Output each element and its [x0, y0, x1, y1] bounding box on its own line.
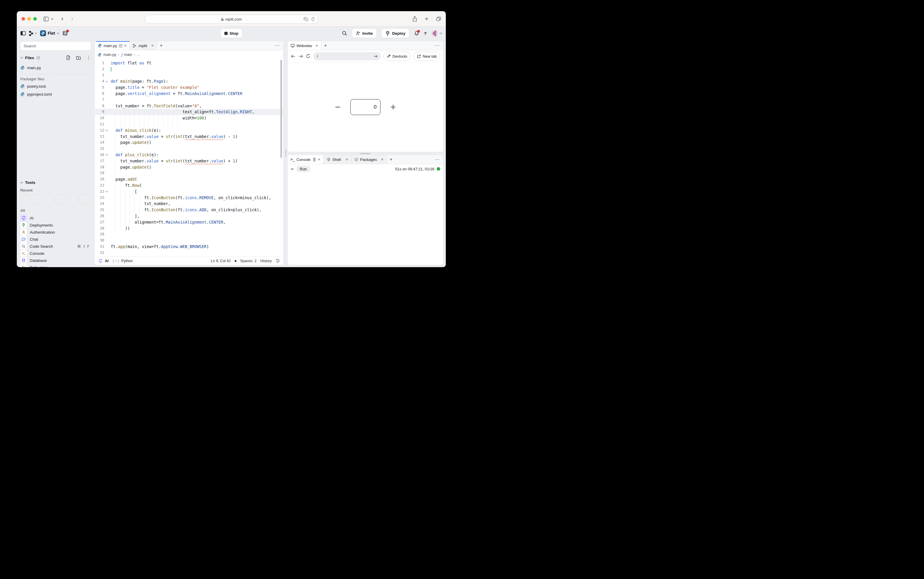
fold-chevron-icon[interactable] [104, 154, 109, 155]
code-line-20[interactable]: 20 page.add( [95, 176, 283, 182]
webview-url-input[interactable]: / [313, 52, 381, 61]
code-line-11[interactable]: 11 [95, 121, 283, 128]
files-section-header[interactable]: Files ⋮ [20, 55, 91, 61]
sidebar-item-deployments[interactable]: Deployments [20, 222, 91, 229]
code-line-10[interactable]: 10 width=100) [95, 115, 283, 121]
sidebar-item-ai[interactable]: AI [20, 214, 91, 222]
webview-forward-icon[interactable] [298, 54, 303, 59]
code-editor[interactable]: 1import flet as ft234def main(page: ft.P… [95, 59, 283, 257]
files-menu-icon[interactable]: ⋮ [87, 55, 91, 61]
code-line-13[interactable]: 13 txt_number.value = str(int(txt_number… [95, 134, 283, 140]
breadcrumb-symbol[interactable]: main [124, 53, 132, 57]
code-line-15[interactable]: 15 [95, 146, 283, 152]
file-item-pyproject.toml[interactable]: pyproject.toml [20, 91, 91, 98]
devtools-button[interactable]: Devtools [383, 52, 411, 61]
code-line-16[interactable]: 16 def plus_click(e): [95, 152, 283, 158]
zoom-window-button[interactable] [33, 17, 37, 21]
tab-packages[interactable]: Packages × [351, 155, 387, 164]
code-line-4[interactable]: 4def main(page: ft.Page): [95, 78, 283, 84]
code-line-1[interactable]: 1import flet as ft [95, 60, 283, 66]
webview-back-icon[interactable] [290, 54, 295, 59]
webview-more-icon[interactable]: ⋯ [432, 41, 443, 50]
notifications-button[interactable] [414, 31, 419, 36]
new-tab-icon[interactable] [424, 16, 429, 21]
file-item-main.py[interactable]: main.py [20, 64, 91, 71]
account-menu[interactable] [432, 30, 442, 37]
translate-icon[interactable] [304, 17, 308, 21]
new-console-tab-button[interactable]: + [387, 155, 395, 164]
indentation-setting[interactable]: Spaces: 2 [240, 259, 257, 263]
run-badge[interactable]: Run [297, 166, 310, 172]
horizontal-resize-handle[interactable] [360, 153, 371, 154]
code-line-32[interactable]: 32 [95, 250, 283, 256]
console-output[interactable] [288, 173, 443, 265]
code-line-21[interactable]: 21 ft.Row( [95, 182, 283, 188]
close-icon[interactable]: × [318, 157, 320, 162]
tab-shell[interactable]: Shell × [323, 155, 351, 164]
code-line-17[interactable]: 17 txt_number.value = str(int(txt_number… [95, 158, 283, 164]
new-webview-tab-button[interactable]: + [321, 41, 330, 50]
go-arrow-icon[interactable] [373, 54, 378, 58]
editor-scrollbar[interactable] [280, 60, 282, 158]
code-line-25[interactable]: 25 ft.IconButton(ft.icons.ADD, on_click=… [95, 207, 283, 213]
language-indicator[interactable]: {✓} [113, 259, 119, 263]
sidebar-item-authentication[interactable]: Authentication [20, 229, 91, 236]
stop-button[interactable]: Stop [220, 29, 242, 38]
code-line-2[interactable]: 2 [95, 66, 283, 72]
code-line-19[interactable]: 19 [95, 170, 283, 176]
open-in-new-tab-button[interactable]: New tab [414, 52, 440, 61]
code-line-6[interactable]: 6 page.vertical_alignment = ft.MainAxisA… [95, 91, 283, 97]
browser-url-bar[interactable]: replit.com [145, 15, 318, 23]
workspace-sidebar-toggle-icon[interactable] [20, 31, 26, 36]
help-button[interactable]: ? [424, 31, 427, 36]
code-line-26[interactable]: 26 ], [95, 213, 283, 219]
plus-button[interactable] [390, 104, 396, 110]
invite-button[interactable]: Invite [352, 29, 377, 38]
close-icon[interactable]: × [316, 44, 318, 47]
search-input[interactable]: Search [20, 41, 91, 50]
sidebar-item-console[interactable]: Console [20, 250, 91, 257]
tools-section-header[interactable]: Tools [20, 180, 91, 185]
code-line-28[interactable]: 28 )) [95, 226, 283, 232]
code-line-29[interactable]: 29 [95, 231, 283, 237]
safari-sidebar-icon[interactable] [43, 16, 49, 21]
fold-chevron-icon[interactable] [104, 191, 109, 192]
fold-chevron-icon[interactable] [104, 81, 109, 82]
share-icon[interactable] [412, 16, 417, 22]
tab-main-py[interactable]: main.py × [95, 41, 130, 50]
code-line-27[interactable]: 27 alignment=ft.MainAxisAlignment.CENTER… [95, 219, 283, 226]
counter-field[interactable]: 0 [350, 99, 381, 115]
forward-button[interactable]: › [71, 16, 73, 22]
code-line-3[interactable]: 3 [95, 72, 283, 79]
sidebar-item-code-search[interactable]: Code Search⌘ ⇧ F [20, 243, 91, 250]
replit-logo[interactable] [29, 31, 37, 36]
fold-chevron-icon[interactable] [104, 129, 109, 131]
vertical-resize-handle[interactable] [286, 149, 286, 157]
close-icon[interactable]: × [151, 44, 154, 47]
search-icon[interactable] [342, 31, 347, 36]
new-editor-tab-button[interactable]: + [157, 41, 166, 50]
code-line-31[interactable]: 31ft.app(main, view=ft.AppView.WEB_BROWS… [95, 244, 283, 250]
sidebar-item-database[interactable]: Database [20, 257, 91, 264]
close-window-button[interactable] [21, 17, 25, 21]
project-switcher[interactable]: Flet [40, 30, 59, 36]
minimize-window-button[interactable] [27, 17, 31, 21]
trash-icon[interactable] [312, 157, 316, 162]
chevron-down-icon[interactable] [290, 168, 294, 170]
tab-overview-icon[interactable] [436, 16, 441, 21]
breadcrumb-file[interactable]: main.py [103, 53, 116, 57]
code-line-5[interactable]: 5 page.title = "Flet counter example" [95, 84, 283, 91]
close-icon[interactable]: × [346, 157, 348, 162]
back-button[interactable]: ‹ [61, 16, 63, 22]
new-file-icon[interactable] [66, 55, 71, 60]
chevron-down-icon[interactable] [51, 18, 54, 20]
sidebar-item-chat[interactable]: Chat [20, 236, 91, 243]
editor-more-icon[interactable]: ⋯ [271, 41, 283, 50]
deploy-button[interactable]: Deploy [381, 29, 409, 38]
ai-status-label[interactable]: AI [105, 259, 109, 263]
tab-webview[interactable]: Webview × [288, 41, 321, 50]
code-line-23[interactable]: 23 ft.IconButton(ft.icons.REMOVE, on_cli… [95, 195, 283, 201]
new-folder-icon[interactable] [76, 56, 81, 60]
reload-icon[interactable] [311, 17, 315, 21]
tab-console[interactable]: >_ Console × [288, 155, 323, 164]
